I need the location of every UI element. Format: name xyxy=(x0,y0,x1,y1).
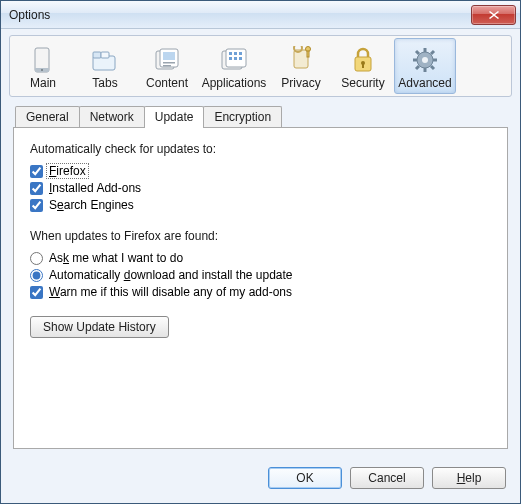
svg-rect-4 xyxy=(93,52,101,58)
svg-rect-17 xyxy=(234,57,237,60)
toolbar-tabs-label: Tabs xyxy=(92,76,117,90)
svg-line-35 xyxy=(431,51,434,54)
toolbar-main-label: Main xyxy=(30,76,56,90)
update-panel: Automatically check for updates to: Fire… xyxy=(13,127,508,449)
warn-disable-row: Warn me if this will disable any of my a… xyxy=(30,285,491,299)
svg-rect-16 xyxy=(229,57,232,60)
show-update-history-button[interactable]: Show Update History xyxy=(30,316,169,338)
warn-disable-label[interactable]: Warn me if this will disable any of my a… xyxy=(49,285,292,299)
svg-rect-19 xyxy=(294,50,308,68)
tabstrip: General Network Update Encryption xyxy=(13,106,508,128)
toolbar-security-label: Security xyxy=(341,76,384,90)
toolbar-privacy[interactable]: Privacy xyxy=(270,38,332,94)
radio-ask[interactable] xyxy=(30,252,43,265)
svg-point-27 xyxy=(422,57,428,63)
check-firefox-label[interactable]: Firefox xyxy=(49,164,89,178)
tab-encryption[interactable]: Encryption xyxy=(203,106,282,128)
svg-rect-5 xyxy=(101,52,109,58)
svg-rect-8 xyxy=(163,52,175,60)
check-firefox[interactable] xyxy=(30,165,43,178)
ok-button[interactable]: OK xyxy=(268,467,342,489)
toolbar-content[interactable]: Content xyxy=(136,38,198,94)
toolbar-security[interactable]: Security xyxy=(332,38,394,94)
check-addons[interactable] xyxy=(30,182,43,195)
tabs-area: General Network Update Encryption Automa… xyxy=(13,105,508,449)
security-icon xyxy=(347,45,379,75)
content-icon xyxy=(151,45,183,75)
svg-point-20 xyxy=(294,46,302,52)
toolbar-advanced-label: Advanced xyxy=(398,76,451,90)
svg-rect-14 xyxy=(234,52,237,55)
radio-ask-row: Ask me what I want to do xyxy=(30,251,491,265)
help-button[interactable]: Help xyxy=(432,467,506,489)
tab-general[interactable]: General xyxy=(15,106,80,128)
svg-rect-10 xyxy=(163,65,171,67)
toolbar-content-label: Content xyxy=(146,76,188,90)
toolbar-tabs[interactable]: Tabs xyxy=(74,38,136,94)
svg-point-2 xyxy=(41,69,43,71)
radio-auto-label[interactable]: Automatically download and install the u… xyxy=(49,268,293,282)
tabs-icon xyxy=(89,45,121,75)
close-icon xyxy=(489,11,499,19)
cancel-button[interactable]: Cancel xyxy=(350,467,424,489)
toolbar-applications-label: Applications xyxy=(202,76,267,90)
warn-disable[interactable] xyxy=(30,286,43,299)
svg-line-32 xyxy=(416,51,419,54)
check-search-label[interactable]: Search Engines xyxy=(49,198,134,212)
svg-rect-9 xyxy=(163,62,175,64)
advanced-icon xyxy=(409,45,441,75)
svg-rect-15 xyxy=(239,52,242,55)
auto-check-label: Automatically check for updates to: xyxy=(30,142,491,156)
toolbar-applications[interactable]: Applications xyxy=(198,38,270,94)
check-addons-row: Installed Add-ons xyxy=(30,181,491,195)
tab-network[interactable]: Network xyxy=(79,106,145,128)
svg-rect-18 xyxy=(239,57,242,60)
svg-rect-25 xyxy=(362,64,364,68)
check-search[interactable] xyxy=(30,199,43,212)
svg-rect-13 xyxy=(229,52,232,55)
options-window: Options Main Tabs xyxy=(0,0,521,504)
check-addons-label[interactable]: Installed Add-ons xyxy=(49,181,141,195)
window-title: Options xyxy=(9,8,471,22)
radio-auto-row: Automatically download and install the u… xyxy=(30,268,491,282)
dialog-footer: OK Cancel Help xyxy=(268,467,506,489)
radio-ask-label[interactable]: Ask me what I want to do xyxy=(49,251,183,265)
check-firefox-row: Firefox xyxy=(30,164,491,178)
tab-update[interactable]: Update xyxy=(144,106,205,128)
toolbar-main[interactable]: Main xyxy=(12,38,74,94)
applications-icon xyxy=(218,45,250,75)
radio-auto[interactable] xyxy=(30,269,43,282)
check-search-row: Search Engines xyxy=(30,198,491,212)
close-button[interactable] xyxy=(471,5,516,25)
toolbar-privacy-label: Privacy xyxy=(281,76,320,90)
main-icon xyxy=(27,45,59,75)
svg-line-34 xyxy=(416,66,419,69)
category-toolbar-frame: Main Tabs Content Applications xyxy=(9,35,512,97)
titlebar: Options xyxy=(1,1,520,29)
privacy-icon xyxy=(285,45,317,75)
svg-rect-22 xyxy=(307,51,309,57)
found-label: When updates to Firefox are found: xyxy=(30,229,491,243)
svg-line-33 xyxy=(431,66,434,69)
toolbar-advanced[interactable]: Advanced xyxy=(394,38,456,94)
category-toolbar: Main Tabs Content Applications xyxy=(12,38,509,94)
